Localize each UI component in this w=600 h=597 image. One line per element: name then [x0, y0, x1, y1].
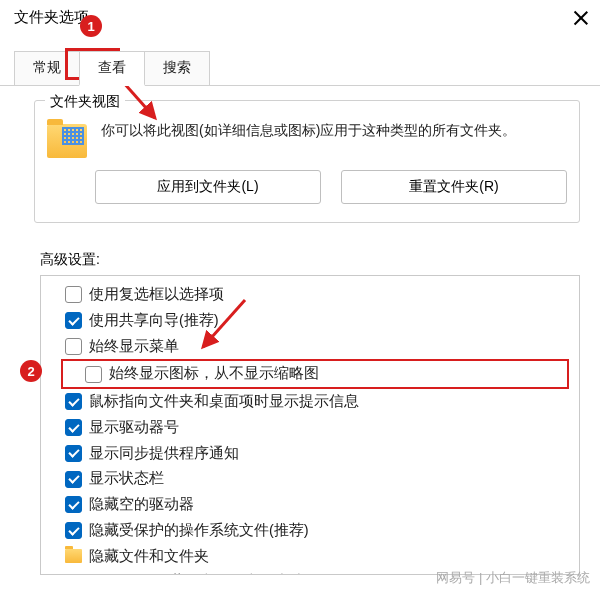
checkbox-icon[interactable]	[85, 366, 102, 383]
advanced-item[interactable]: 始终显示菜单	[43, 334, 577, 360]
folder-icon	[65, 549, 82, 563]
annotation-badge-1: 1	[80, 15, 102, 37]
checkbox-icon[interactable]	[65, 286, 82, 303]
folder-view-group: 文件夹视图 你可以将此视图(如详细信息或图标)应用于这种类型的所有文件夹。 应用…	[34, 100, 580, 223]
annotation-badge-2: 2	[20, 360, 42, 382]
advanced-item-label: 使用共享向导(推荐)	[89, 310, 219, 332]
watermark: 网易号 | 小白一键重装系统	[436, 569, 590, 587]
advanced-item-label: 鼠标指向文件夹和桌面项时显示提示信息	[89, 391, 359, 413]
advanced-item[interactable]: 显示同步提供程序通知	[43, 441, 577, 467]
checkbox-icon[interactable]	[65, 312, 82, 329]
advanced-item-label: 显示驱动器号	[89, 417, 179, 439]
checkbox-icon[interactable]	[65, 522, 82, 539]
checkbox-icon[interactable]	[65, 393, 82, 410]
checkbox-icon[interactable]	[65, 496, 82, 513]
advanced-item[interactable]: 隐藏受保护的操作系统文件(推荐)	[43, 518, 577, 544]
folder-view-description: 你可以将此视图(如详细信息或图标)应用于这种类型的所有文件夹。	[101, 120, 567, 141]
advanced-item-label: 隐藏空的驱动器	[89, 494, 194, 516]
tab-bar: 常规 查看 搜索	[0, 51, 600, 86]
tab-view[interactable]: 查看	[79, 51, 145, 86]
checkbox-icon[interactable]	[65, 338, 82, 355]
advanced-item-label: 不显示隐藏的文件、文件夹或驱动器	[110, 571, 350, 575]
advanced-item[interactable]: 显示状态栏	[43, 466, 577, 492]
advanced-item-label: 显示同步提供程序通知	[89, 443, 239, 465]
folder-view-icon	[47, 124, 87, 158]
close-icon[interactable]	[574, 11, 588, 25]
tab-search[interactable]: 搜索	[144, 51, 210, 85]
radio-icon[interactable]	[87, 574, 103, 575]
folder-view-group-label: 文件夹视图	[45, 93, 125, 111]
advanced-item[interactable]: 显示驱动器号	[43, 415, 577, 441]
advanced-item[interactable]: 隐藏空的驱动器	[43, 492, 577, 518]
advanced-item-label: 使用复选框以选择项	[89, 284, 224, 306]
reset-folders-button[interactable]: 重置文件夹(R)	[341, 170, 567, 204]
advanced-item[interactable]: 使用共享向导(推荐)	[43, 308, 577, 334]
advanced-item-label: 隐藏受保护的操作系统文件(推荐)	[89, 520, 309, 542]
checkbox-icon[interactable]	[65, 419, 82, 436]
advanced-item-label: 显示状态栏	[89, 468, 164, 490]
advanced-settings-label: 高级设置:	[40, 251, 600, 269]
advanced-item-label: 隐藏文件和文件夹	[89, 546, 209, 568]
checkbox-icon[interactable]	[65, 445, 82, 462]
advanced-item[interactable]: 隐藏文件和文件夹	[43, 544, 577, 570]
window-title: 文件夹选项	[14, 8, 89, 27]
advanced-item[interactable]: 始终显示图标，从不显示缩略图	[61, 359, 569, 389]
apply-to-folders-button[interactable]: 应用到文件夹(L)	[95, 170, 321, 204]
advanced-settings-listbox[interactable]: 使用复选框以选择项使用共享向导(推荐)始终显示菜单始终显示图标，从不显示缩略图鼠…	[40, 275, 580, 575]
advanced-item[interactable]: 使用复选框以选择项	[43, 282, 577, 308]
advanced-item-label: 始终显示菜单	[89, 336, 179, 358]
checkbox-icon[interactable]	[65, 471, 82, 488]
advanced-item-label: 始终显示图标，从不显示缩略图	[109, 363, 319, 385]
advanced-item[interactable]: 鼠标指向文件夹和桌面项时显示提示信息	[43, 389, 577, 415]
